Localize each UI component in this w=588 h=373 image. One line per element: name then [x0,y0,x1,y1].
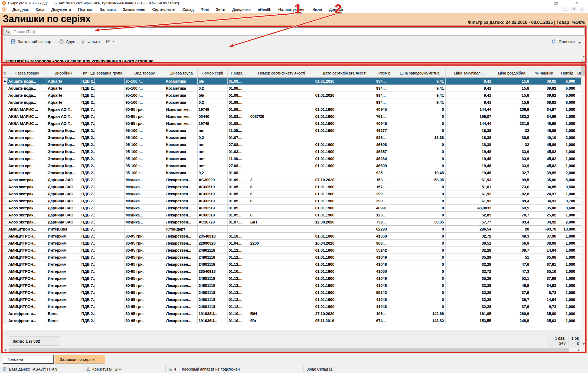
table-cell[interactable] [249,268,314,275]
table-cell[interactable] [249,106,314,113]
table-cell[interactable]: 52,1 [493,275,531,282]
table-cell[interactable]: 95-100 г... [124,127,165,134]
table-cell[interactable]: 0 [394,120,445,127]
table-cell[interactable] [314,169,375,176]
table-cell[interactable]: 37,98 [531,275,558,282]
table-cell[interactable]: Aquarte вода... [7,78,47,85]
table-cell[interactable]: Beres [47,310,80,317]
table-cell[interactable]: 69,5 [493,205,531,212]
table-cell[interactable]: Ядран АО Г... [47,120,80,127]
column-header[interactable]: Дата сертифіката якості [314,69,375,78]
table-cell[interactable]: Ядран АО Г... [47,106,80,113]
table-cell[interactable]: Aquarte вода... [7,99,47,106]
table-cell[interactable]: 46357 [375,148,394,155]
table-cell[interactable] [249,296,314,303]
table-cell[interactable]: 34,93 [531,197,558,205]
table-cell[interactable] [94,226,124,233]
table-cell[interactable] [314,134,375,141]
table-cell[interactable]: 6 [249,190,314,197]
table-cell[interactable]: Aquarte вода... [7,92,47,99]
table-row[interactable]: Активен кре...Эликсир Кор...ПДВ 2...95-1… [3,155,581,162]
table-cell[interactable]: 11.06.... [227,127,249,134]
table-cell[interactable]: 0 [394,148,445,155]
table-cell[interactable]: 191636U... [197,317,227,324]
table-cell[interactable] [94,233,124,240]
table-cell[interactable]: 32 [493,141,531,148]
table-cell[interactable] [249,289,314,296]
table-cell[interactable]: 0 [394,155,445,162]
table-cell[interactable]: 01.01.1900 [314,197,375,205]
table-cell[interactable]: 35,10 [531,268,558,275]
table-cell[interactable] [94,317,124,324]
table-row[interactable]: Алоэ экстрак...Дарница ЗАОПДВ 7...Медика… [3,219,581,226]
table-cell[interactable]: 01.01.1900 [314,282,375,289]
table-cell[interactable]: 35,08 [531,205,558,212]
table-cell[interactable]: Дарница ЗАО [47,205,80,212]
table-cell[interactable]: Дарница ЗАО [47,197,80,205]
table-cell[interactable]: 01.01.1900 [314,183,375,190]
table-cell[interactable]: 1,000 [558,190,577,197]
table-cell[interactable]: 19,48 [445,162,493,169]
table-cell[interactable]: АМИЦИТРОН... [7,240,47,247]
table-cell[interactable]: 33,9 [493,162,531,169]
table-cell[interactable]: 1,000 [558,268,577,275]
table-cell[interactable]: 934... [375,85,394,92]
table-cell[interactable]: 22000320 [197,240,227,247]
table-cell[interactable]: 32,28 [445,289,493,296]
table-cell[interactable]: 0 [394,247,445,254]
table-cell[interactable]: 260,9 [493,310,531,317]
table-cell[interactable]: 45,02 [531,148,558,155]
table-cell[interactable]: 73,6 [493,183,531,190]
table-cell[interactable]: 35,03 [531,317,558,324]
table-cell[interactable]: 34,97 [531,106,558,113]
column-header[interactable]: Вид товару [124,69,165,78]
table-cell[interactable]: 9,41 [445,78,493,85]
table-cell[interactable]: 01.01.1900 [314,247,375,254]
table-cell[interactable]: 153... [375,176,394,183]
table-cell[interactable]: 0 [394,106,445,113]
table-cell[interactable]: Косметика [165,134,197,141]
table-cell[interactable]: 46609 [375,162,394,169]
table-cell[interactable]: 20 [493,226,531,233]
table-cell[interactable]: 40991 [375,205,394,212]
table-cell[interactable]: АКВА МАРИС ... [7,113,47,120]
table-row[interactable]: Активен кре...Эликсир Кор...ПДВ 2...95-1… [3,134,581,141]
table-cell[interactable]: 3 [249,176,314,183]
table-cell[interactable]: 296,54 [445,226,493,233]
table-cell[interactable]: Медика... [124,219,165,226]
table-cell[interactable]: 1,0 [577,190,581,197]
table-cell[interactable]: 27.08.... [227,141,249,148]
table-cell[interactable]: 1,0 [577,120,581,127]
table-cell[interactable]: 0 [394,226,445,233]
table-row[interactable]: Активен кре...Эликсир Кор...ПДВ 2...95-1… [3,162,581,169]
table-cell[interactable] [94,99,124,106]
table-cell[interactable]: 0 [394,303,445,310]
table-cell[interactable]: 41048 [375,303,394,310]
table-cell[interactable]: ПДВ 2... [80,127,94,134]
table-cell[interactable]: 58,05 [394,176,445,183]
table-cell[interactable]: 95-100 г... [124,162,165,169]
table-cell[interactable]: Лекарствен... [165,275,197,282]
table-cell[interactable]: 32,28 [445,282,493,289]
table-cell[interactable] [249,303,314,310]
table-cell[interactable]: 0 [394,289,445,296]
table-cell[interactable]: 61,92 [445,197,493,205]
table-cell[interactable]: 01.01.1900 [314,303,375,310]
table-cell[interactable]: Дарница ЗАО [47,176,80,183]
table-cell[interactable]: 01.01.2020 [314,92,375,99]
table-cell[interactable]: Алоэ экстрак... [7,212,47,219]
table-cell[interactable]: ПДВ 7... [80,282,94,289]
table-cell[interactable]: 01.01.1900 [314,296,375,303]
table-cell[interactable]: 0,5 [577,183,581,190]
table-cell[interactable] [249,127,314,134]
table-cell[interactable]: 0 [394,190,445,197]
table-cell[interactable]: 1,000 [558,310,577,317]
table-cell[interactable]: 5,000 [558,176,577,183]
table-cell[interactable]: 01.08.... [227,99,249,106]
table-cell[interactable]: 45,09 [531,127,558,134]
table-cell[interactable]: 6,0 [577,85,581,92]
table-row[interactable]: АМИЦИТРОН...ИнтерхимПДВ 7...80-95 грн.Ле… [3,247,581,254]
table-cell[interactable]: 01.01.1900 [314,289,375,296]
table-cell[interactable]: 01.01.1900 [314,233,375,240]
table-cell[interactable]: АКВА МАРИС ... [7,106,47,113]
